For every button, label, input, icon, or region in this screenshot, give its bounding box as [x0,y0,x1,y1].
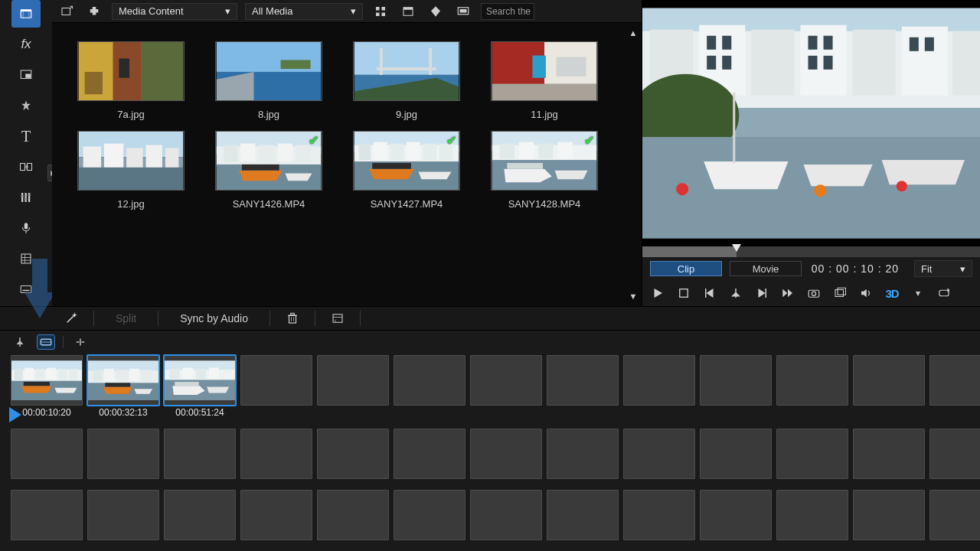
storyboard-empty-slot[interactable] [547,490,619,540]
media-item[interactable]: 7a.jpg [74,41,188,120]
storyboard-empty-slot[interactable] [776,490,848,540]
storyboard-empty-slot[interactable] [623,490,695,540]
transition-icon[interactable] [11,153,41,181]
storyboard-empty-slot[interactable] [164,490,236,540]
scroll-up-button[interactable]: ▲ [628,28,639,38]
scroll-down-button[interactable]: ▼ [628,291,639,302]
chapter-icon[interactable] [11,245,41,272]
storyboard-empty-slot[interactable] [929,490,980,540]
storyboard-clip[interactable] [87,355,159,406]
fast-forward-button[interactable] [780,285,795,301]
search-input[interactable]: Search the [481,3,534,20]
media-item[interactable]: 8.jpg [211,41,326,120]
trash-icon[interactable] [284,310,301,327]
preview-viewport[interactable] [642,0,980,246]
storyboard-empty-slot[interactable] [317,355,389,406]
fx-icon[interactable]: fx [11,31,41,58]
storyboard-empty-slot[interactable] [929,429,980,479]
play-button[interactable] [650,285,665,301]
sync-by-audio-button[interactable]: Sync by Audio [172,312,256,324]
clip-mode-button[interactable]: Clip [650,261,722,276]
display-icon[interactable] [453,3,473,20]
storyboard-empty-slot[interactable] [240,490,312,540]
detail-view-icon[interactable] [398,3,418,20]
storyboard-empty-slot[interactable] [240,355,312,406]
storyboard-empty-slot[interactable] [470,429,542,479]
volume-button[interactable] [858,285,874,301]
media-thumbnail[interactable] [215,41,322,101]
storyboard-clip[interactable] [11,355,83,406]
storyboard-empty-slot[interactable] [11,429,83,479]
storyboard-empty-slot[interactable] [700,490,772,540]
storyboard-icon[interactable] [37,334,55,350]
preview-scrubber[interactable] [642,246,980,257]
panel-icon[interactable] [329,310,346,327]
audio-mix-icon[interactable] [11,184,41,211]
storyboard-empty-slot[interactable] [623,355,695,406]
storyboard-empty-slot[interactable] [547,355,619,406]
storyboard-empty-slot[interactable] [164,429,236,479]
media-item[interactable]: 11.jpg [487,41,602,120]
storyboard-empty-slot[interactable] [11,490,83,540]
media-room-icon[interactable] [11,0,41,28]
storyboard-empty-slot[interactable] [317,490,389,540]
media-thumbnail[interactable]: ✔ [491,131,598,191]
storyboard-empty-slot[interactable] [776,355,848,406]
undock-button[interactable] [832,285,848,301]
storyboard-empty-slot[interactable] [776,429,848,479]
storyboard-empty-slot[interactable] [394,429,466,479]
grid-view-icon[interactable] [371,3,390,20]
particle-icon[interactable] [11,92,41,119]
storyboard-empty-slot[interactable] [700,429,772,479]
storyboard-clip[interactable] [164,355,236,406]
storyboard-empty-slot[interactable] [853,429,925,479]
media-item[interactable]: ✔ SANY1428.MP4 [487,131,602,210]
marker-icon[interactable] [11,334,29,350]
pip-icon[interactable] [11,61,41,89]
storyboard-empty-slot[interactable] [929,355,980,406]
storyboard-empty-slot[interactable] [87,429,159,479]
storyboard-empty-slot[interactable] [240,429,312,479]
storyboard-empty-slot[interactable] [547,429,619,479]
storyboard-empty-slot[interactable] [394,490,466,540]
mark-in-button[interactable] [728,285,743,301]
storyboard-empty-slot[interactable] [470,490,542,540]
tag-icon[interactable] [426,3,446,20]
media-item[interactable]: 9.jpg [349,41,464,120]
title-icon[interactable]: T [11,122,41,150]
snap-icon[interactable] [71,334,90,350]
three-d-menu[interactable]: ▾ [910,285,926,301]
storyboard-empty-slot[interactable] [700,355,772,406]
storyboard-empty-slot[interactable] [317,429,389,479]
movie-mode-button[interactable]: Movie [730,261,802,276]
subtitle-icon[interactable] [11,276,41,303]
storyboard-empty-slot[interactable] [87,490,159,540]
loop-button[interactable] [936,285,952,301]
media-thumbnail[interactable]: ✔ [215,131,322,191]
media-content-dropdown[interactable]: Media Content ▾ [112,3,237,20]
media-thumbnail[interactable] [353,41,460,101]
scrub-playhead[interactable] [732,244,741,252]
media-thumbnail[interactable] [77,41,185,101]
prev-frame-button[interactable] [702,285,717,301]
snapshot-button[interactable] [806,285,822,301]
storyboard-empty-slot[interactable] [623,429,695,479]
media-item[interactable]: ✔ SANY1426.MP4 [211,131,326,210]
media-item[interactable]: ✔ SANY1427.MP4 [349,131,464,210]
stop-button[interactable] [676,285,691,301]
media-item[interactable]: 12.jpg [74,131,188,210]
media-thumbnail[interactable] [491,41,598,101]
storyboard-empty-slot[interactable] [394,355,466,406]
zoom-fit-dropdown[interactable]: Fit ▾ [914,260,972,277]
magic-wand-icon[interactable] [63,310,80,327]
media-filter-dropdown[interactable]: All Media ▾ [245,3,363,20]
three-d-button[interactable]: 3D [884,285,900,301]
next-frame-button[interactable] [754,285,769,301]
voice-icon[interactable] [11,214,41,242]
storyboard-empty-slot[interactable] [853,355,925,406]
media-thumbnail[interactable] [77,131,185,191]
media-thumbnail[interactable]: ✔ [353,131,460,191]
storyboard-empty-slot[interactable] [853,490,925,540]
import-media-icon[interactable] [57,3,77,20]
storyboard-empty-slot[interactable] [470,355,542,406]
